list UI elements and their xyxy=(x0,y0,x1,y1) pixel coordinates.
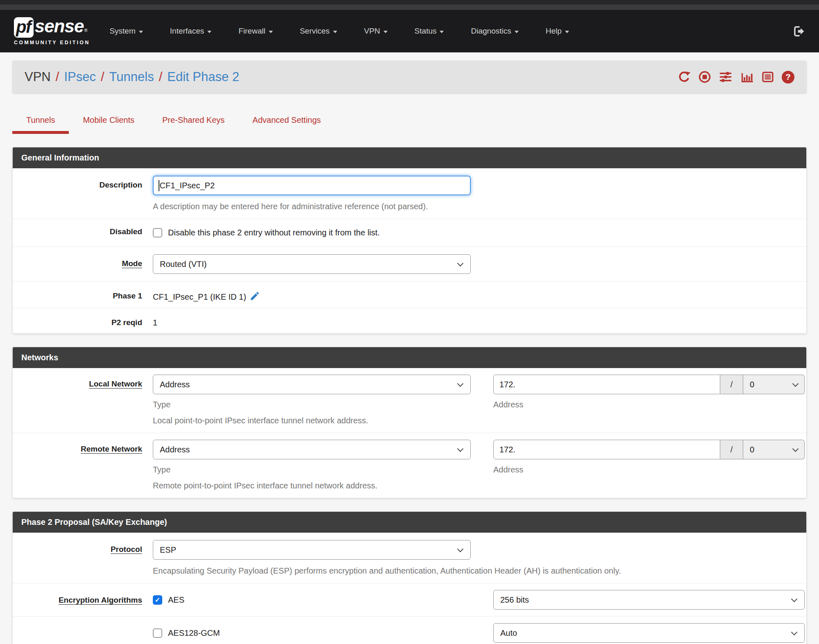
logout-button[interactable] xyxy=(792,25,805,38)
pfsense-logo-pf: pf xyxy=(14,17,34,38)
window-edge-dark xyxy=(0,0,819,5)
local-network-label[interactable]: Local Network xyxy=(13,368,153,433)
row-encryption-aes128gcm: AES128-GCM Auto xyxy=(13,617,806,644)
refresh-icon[interactable] xyxy=(678,70,691,84)
nav-item-label: VPN xyxy=(364,27,380,36)
nav-item-system[interactable]: System xyxy=(109,27,143,36)
chevron-down-icon xyxy=(515,31,519,33)
panel-title: Phase 2 Proposal (SA/Key Exchange) xyxy=(13,512,806,533)
tab-pre-shared-keys[interactable]: Pre-Shared Keys xyxy=(148,115,238,134)
row-p2reqid: P2 reqid 1 xyxy=(13,308,806,333)
nav-item-interfaces[interactable]: Interfaces xyxy=(170,27,211,36)
panel-phase2-proposal: Phase 2 Proposal (SA/Key Exchange) Proto… xyxy=(12,511,807,644)
nav-item-diagnostics[interactable]: Diagnostics xyxy=(471,27,518,36)
panel-networks: Networks Local Network Address Type 172.… xyxy=(12,347,807,498)
help-icon[interactable] xyxy=(782,71,794,84)
sign-out-icon xyxy=(792,25,805,38)
sliders-icon[interactable] xyxy=(719,70,733,84)
nav-item-label: Help xyxy=(546,27,562,36)
aes128gcm-keylen-select[interactable]: Auto xyxy=(493,623,805,643)
protocol-select[interactable]: ESP xyxy=(153,540,471,560)
local-network-type-select[interactable]: Address xyxy=(153,375,471,394)
pencil-icon[interactable] xyxy=(250,291,260,301)
breadcrumb-ipsec-link[interactable]: IPsec xyxy=(64,70,96,84)
nav-item-label: Interfaces xyxy=(170,27,204,36)
local-mask-separator: / xyxy=(720,375,743,394)
stop-circle-icon[interactable] xyxy=(698,70,711,84)
chevron-down-icon xyxy=(440,31,444,33)
page-tabs: Tunnels Mobile Clients Pre-Shared Keys A… xyxy=(12,115,807,134)
nav-item-help[interactable]: Help xyxy=(546,27,569,36)
text-cursor xyxy=(159,180,159,191)
empty-label xyxy=(13,617,153,644)
list-icon[interactable] xyxy=(761,70,774,84)
local-address-caption: Address xyxy=(493,400,805,409)
mode-label[interactable]: Mode xyxy=(13,247,153,281)
chevron-down-icon xyxy=(139,31,143,33)
chevron-down-icon xyxy=(565,31,569,33)
local-address-input[interactable]: 172. xyxy=(493,375,720,394)
nav-item-status[interactable]: Status xyxy=(415,27,444,36)
tab-advanced-settings[interactable]: Advanced Settings xyxy=(238,115,335,134)
pfsense-logo[interactable]: pf sense ® COMMUNITY EDITION xyxy=(14,17,90,45)
breadcrumb-vpn: VPN xyxy=(25,70,51,84)
nav-item-label: Diagnostics xyxy=(471,27,511,36)
breadcrumb-separator: / xyxy=(56,70,59,84)
chevron-down-icon xyxy=(269,31,273,33)
remote-address-caption: Address xyxy=(493,465,805,475)
aes128gcm-checkbox[interactable] xyxy=(153,628,162,638)
phase1-label: Phase 1 xyxy=(13,282,153,308)
remote-mask-separator: / xyxy=(720,440,743,459)
remote-network-label[interactable]: Remote Network xyxy=(13,433,153,498)
breadcrumb-separator: / xyxy=(159,70,163,84)
phase1-value: CF1_IPsec_P1 (IKE ID 1) xyxy=(153,292,246,302)
registered-mark: ® xyxy=(84,28,87,33)
nav-item-label: Status xyxy=(415,27,437,36)
description-input[interactable]: CF1_IPsec_P2 xyxy=(153,176,471,195)
nav-item-firewall[interactable]: Firewall xyxy=(238,27,272,36)
breadcrumb-separator: / xyxy=(101,70,104,84)
chevron-down-icon xyxy=(207,31,211,33)
row-disabled: Disabled Disable this phase 2 entry with… xyxy=(13,219,806,247)
bar-chart-icon[interactable] xyxy=(740,70,754,84)
aes-checkbox[interactable] xyxy=(153,595,162,605)
panel-title: Networks xyxy=(13,347,806,368)
row-local-network: Local Network Address Type 172. / 0 Addr… xyxy=(13,368,806,433)
disabled-checkbox-label: Disable this phase 2 entry without remov… xyxy=(168,228,380,237)
mode-select[interactable]: Routed (VTI) xyxy=(153,254,471,274)
protocol-help-text: Encapsulating Security Payload (ESP) per… xyxy=(153,566,802,576)
breadcrumb-edit-phase2[interactable]: Edit Phase 2 xyxy=(167,70,239,84)
tab-mobile-clients[interactable]: Mobile Clients xyxy=(69,115,148,134)
nav-item-label: Firewall xyxy=(238,27,265,36)
remote-network-type-select[interactable]: Address xyxy=(153,440,471,459)
local-network-help-text: Local point-to-point IPsec interface tun… xyxy=(153,416,805,425)
community-edition-tagline: COMMUNITY EDITION xyxy=(14,40,90,45)
breadcrumb-tunnels-link[interactable]: Tunnels xyxy=(109,70,154,84)
remote-mask-select[interactable]: 0 xyxy=(743,440,805,459)
aes-keylen-select[interactable]: 256 bits xyxy=(493,590,805,610)
remote-address-input[interactable]: 172. xyxy=(493,440,720,459)
disabled-label: Disabled xyxy=(13,219,153,246)
panel-title: General Information xyxy=(13,147,806,168)
page-action-icons xyxy=(678,70,794,84)
nav-item-vpn[interactable]: VPN xyxy=(364,27,388,36)
protocol-label[interactable]: Protocol xyxy=(13,533,153,583)
remote-network-help-text: Remote point-to-point IPsec interface tu… xyxy=(153,481,805,490)
nav-item-services[interactable]: Services xyxy=(300,27,337,36)
tab-tunnels[interactable]: Tunnels xyxy=(12,115,69,134)
breadcrumb-bar: VPN / IPsec / Tunnels / Edit Phase 2 xyxy=(12,61,807,93)
remote-type-caption: Type xyxy=(153,465,471,475)
nav-item-label: System xyxy=(109,27,135,36)
aes128gcm-checkbox-label: AES128-GCM xyxy=(168,628,220,638)
nav-item-label: Services xyxy=(300,27,330,36)
chevron-down-icon xyxy=(333,31,337,33)
encryption-algorithms-label[interactable]: Encryption Algorithms xyxy=(13,583,153,616)
row-mode: Mode Routed (VTI) xyxy=(13,247,806,282)
aes-checkbox-label: AES xyxy=(168,595,184,605)
description-help-text: A description may be entered here for ad… xyxy=(153,202,802,211)
top-navbar: pf sense ® COMMUNITY EDITION System Inte… xyxy=(0,10,819,52)
row-protocol: Protocol ESP Encapsulating Security Payl… xyxy=(13,533,806,583)
p2reqid-label: P2 reqid xyxy=(13,308,153,333)
local-mask-select[interactable]: 0 xyxy=(743,375,805,394)
disabled-checkbox[interactable] xyxy=(153,228,162,237)
